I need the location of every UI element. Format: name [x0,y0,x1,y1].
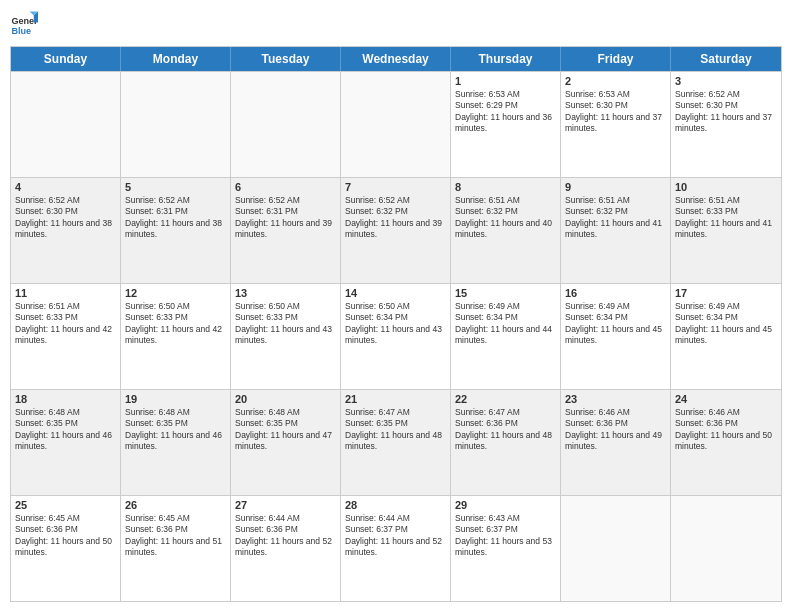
day-header-thursday: Thursday [451,47,561,71]
day-number: 21 [345,393,446,405]
day-number: 22 [455,393,556,405]
day-number: 17 [675,287,777,299]
day-number: 12 [125,287,226,299]
cell-info: Sunrise: 6:52 AM Sunset: 6:32 PM Dayligh… [345,195,446,241]
day-number: 6 [235,181,336,193]
cell-info: Sunrise: 6:52 AM Sunset: 6:30 PM Dayligh… [15,195,116,241]
calendar-cell: 19Sunrise: 6:48 AM Sunset: 6:35 PM Dayli… [121,390,231,495]
day-number: 9 [565,181,666,193]
calendar-cell: 28Sunrise: 6:44 AM Sunset: 6:37 PM Dayli… [341,496,451,601]
cell-info: Sunrise: 6:52 AM Sunset: 6:31 PM Dayligh… [235,195,336,241]
calendar-cell: 6Sunrise: 6:52 AM Sunset: 6:31 PM Daylig… [231,178,341,283]
day-number: 7 [345,181,446,193]
calendar-body: 1Sunrise: 6:53 AM Sunset: 6:29 PM Daylig… [11,71,781,601]
day-header-wednesday: Wednesday [341,47,451,71]
calendar-cell: 2Sunrise: 6:53 AM Sunset: 6:30 PM Daylig… [561,72,671,177]
calendar-cell: 7Sunrise: 6:52 AM Sunset: 6:32 PM Daylig… [341,178,451,283]
cell-info: Sunrise: 6:51 AM Sunset: 6:32 PM Dayligh… [565,195,666,241]
calendar-cell: 14Sunrise: 6:50 AM Sunset: 6:34 PM Dayli… [341,284,451,389]
calendar-cell: 26Sunrise: 6:45 AM Sunset: 6:36 PM Dayli… [121,496,231,601]
day-number: 3 [675,75,777,87]
page: General Blue SundayMondayTuesdayWednesda… [0,0,792,612]
day-header-sunday: Sunday [11,47,121,71]
cell-info: Sunrise: 6:46 AM Sunset: 6:36 PM Dayligh… [675,407,777,453]
calendar: SundayMondayTuesdayWednesdayThursdayFrid… [10,46,782,602]
day-number: 4 [15,181,116,193]
cell-info: Sunrise: 6:46 AM Sunset: 6:36 PM Dayligh… [565,407,666,453]
calendar-cell: 15Sunrise: 6:49 AM Sunset: 6:34 PM Dayli… [451,284,561,389]
day-number: 1 [455,75,556,87]
calendar-cell: 22Sunrise: 6:47 AM Sunset: 6:36 PM Dayli… [451,390,561,495]
day-number: 11 [15,287,116,299]
cell-info: Sunrise: 6:49 AM Sunset: 6:34 PM Dayligh… [675,301,777,347]
calendar-cell: 27Sunrise: 6:44 AM Sunset: 6:36 PM Dayli… [231,496,341,601]
calendar-cell [11,72,121,177]
day-number: 18 [15,393,116,405]
cell-info: Sunrise: 6:44 AM Sunset: 6:37 PM Dayligh… [345,513,446,559]
calendar-week-3: 11Sunrise: 6:51 AM Sunset: 6:33 PM Dayli… [11,283,781,389]
cell-info: Sunrise: 6:52 AM Sunset: 6:30 PM Dayligh… [675,89,777,135]
cell-info: Sunrise: 6:43 AM Sunset: 6:37 PM Dayligh… [455,513,556,559]
cell-info: Sunrise: 6:51 AM Sunset: 6:33 PM Dayligh… [15,301,116,347]
cell-info: Sunrise: 6:51 AM Sunset: 6:32 PM Dayligh… [455,195,556,241]
calendar-cell: 25Sunrise: 6:45 AM Sunset: 6:36 PM Dayli… [11,496,121,601]
calendar-cell: 12Sunrise: 6:50 AM Sunset: 6:33 PM Dayli… [121,284,231,389]
calendar-cell: 29Sunrise: 6:43 AM Sunset: 6:37 PM Dayli… [451,496,561,601]
cell-info: Sunrise: 6:48 AM Sunset: 6:35 PM Dayligh… [125,407,226,453]
cell-info: Sunrise: 6:53 AM Sunset: 6:29 PM Dayligh… [455,89,556,135]
calendar-cell [121,72,231,177]
day-number: 20 [235,393,336,405]
day-number: 15 [455,287,556,299]
logo: General Blue [10,10,38,38]
cell-info: Sunrise: 6:47 AM Sunset: 6:36 PM Dayligh… [455,407,556,453]
day-number: 29 [455,499,556,511]
cell-info: Sunrise: 6:50 AM Sunset: 6:33 PM Dayligh… [125,301,226,347]
calendar-cell: 23Sunrise: 6:46 AM Sunset: 6:36 PM Dayli… [561,390,671,495]
day-number: 24 [675,393,777,405]
calendar-cell [341,72,451,177]
day-number: 14 [345,287,446,299]
header: General Blue [10,10,782,38]
calendar-cell: 11Sunrise: 6:51 AM Sunset: 6:33 PM Dayli… [11,284,121,389]
day-header-tuesday: Tuesday [231,47,341,71]
day-number: 28 [345,499,446,511]
calendar-cell: 3Sunrise: 6:52 AM Sunset: 6:30 PM Daylig… [671,72,781,177]
calendar-cell: 13Sunrise: 6:50 AM Sunset: 6:33 PM Dayli… [231,284,341,389]
calendar-cell: 17Sunrise: 6:49 AM Sunset: 6:34 PM Dayli… [671,284,781,389]
calendar-cell: 24Sunrise: 6:46 AM Sunset: 6:36 PM Dayli… [671,390,781,495]
day-number: 2 [565,75,666,87]
cell-info: Sunrise: 6:49 AM Sunset: 6:34 PM Dayligh… [455,301,556,347]
logo-icon: General Blue [10,10,38,38]
day-number: 16 [565,287,666,299]
day-number: 23 [565,393,666,405]
calendar-cell [561,496,671,601]
calendar-cell: 16Sunrise: 6:49 AM Sunset: 6:34 PM Dayli… [561,284,671,389]
day-header-saturday: Saturday [671,47,781,71]
cell-info: Sunrise: 6:50 AM Sunset: 6:34 PM Dayligh… [345,301,446,347]
day-number: 10 [675,181,777,193]
calendar-cell: 8Sunrise: 6:51 AM Sunset: 6:32 PM Daylig… [451,178,561,283]
calendar-cell: 4Sunrise: 6:52 AM Sunset: 6:30 PM Daylig… [11,178,121,283]
cell-info: Sunrise: 6:47 AM Sunset: 6:35 PM Dayligh… [345,407,446,453]
cell-info: Sunrise: 6:50 AM Sunset: 6:33 PM Dayligh… [235,301,336,347]
day-number: 8 [455,181,556,193]
calendar-cell: 21Sunrise: 6:47 AM Sunset: 6:35 PM Dayli… [341,390,451,495]
cell-info: Sunrise: 6:44 AM Sunset: 6:36 PM Dayligh… [235,513,336,559]
cell-info: Sunrise: 6:53 AM Sunset: 6:30 PM Dayligh… [565,89,666,135]
day-number: 5 [125,181,226,193]
calendar-cell: 10Sunrise: 6:51 AM Sunset: 6:33 PM Dayli… [671,178,781,283]
cell-info: Sunrise: 6:49 AM Sunset: 6:34 PM Dayligh… [565,301,666,347]
calendar-week-1: 1Sunrise: 6:53 AM Sunset: 6:29 PM Daylig… [11,71,781,177]
calendar-cell: 20Sunrise: 6:48 AM Sunset: 6:35 PM Dayli… [231,390,341,495]
cell-info: Sunrise: 6:52 AM Sunset: 6:31 PM Dayligh… [125,195,226,241]
calendar-week-4: 18Sunrise: 6:48 AM Sunset: 6:35 PM Dayli… [11,389,781,495]
day-header-friday: Friday [561,47,671,71]
calendar-header: SundayMondayTuesdayWednesdayThursdayFrid… [11,47,781,71]
day-number: 19 [125,393,226,405]
svg-text:Blue: Blue [11,26,31,36]
day-number: 13 [235,287,336,299]
calendar-cell: 9Sunrise: 6:51 AM Sunset: 6:32 PM Daylig… [561,178,671,283]
day-number: 26 [125,499,226,511]
cell-info: Sunrise: 6:51 AM Sunset: 6:33 PM Dayligh… [675,195,777,241]
calendar-week-5: 25Sunrise: 6:45 AM Sunset: 6:36 PM Dayli… [11,495,781,601]
